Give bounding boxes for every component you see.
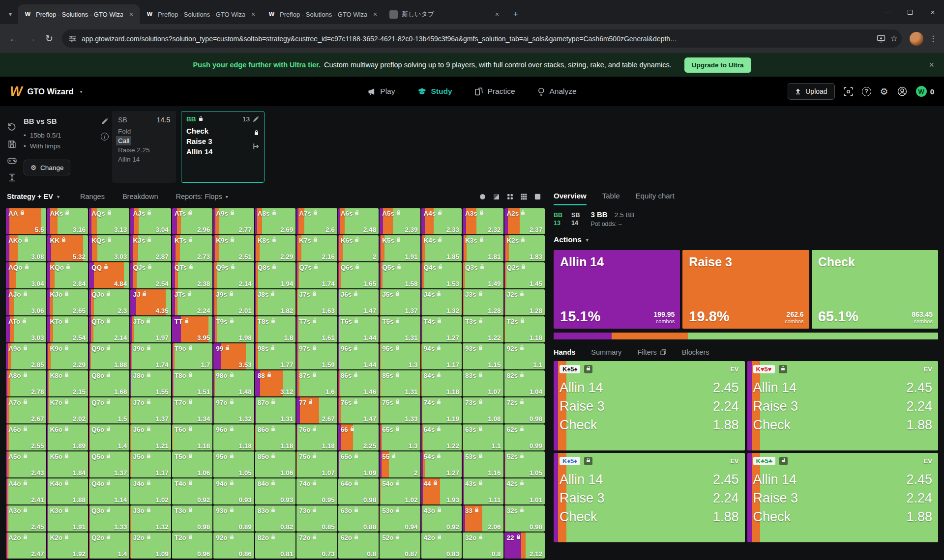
browser-tab[interactable]: WPreflop - Solutions - GTO Wizar× <box>140 4 262 24</box>
matrix-cell-97o[interactable]: 97o1.32 <box>213 397 254 423</box>
matrix-cell-T7o[interactable]: T7o1.34 <box>172 397 212 423</box>
matrix-cell-87o[interactable]: 87o1.31 <box>255 397 295 423</box>
browser-tab[interactable]: WPreflop - Solutions - GTO Wizar× <box>262 4 384 24</box>
matrix-cell-A6o[interactable]: A6o2.55 <box>6 424 46 450</box>
matrix-cell-54o[interactable]: 54o1.02 <box>380 478 420 504</box>
matrix-cell-KQo[interactable]: KQo2.84 <box>47 262 88 288</box>
matrix-cell-53o[interactable]: 53o0.94 <box>380 505 420 532</box>
matrix-cell-53s[interactable]: 53s1.16 <box>463 451 503 477</box>
view-mode-circle-icon[interactable] <box>479 194 486 200</box>
matrix-cell-52s[interactable]: 52s1.05 <box>504 451 545 477</box>
matrix-cell-JTs[interactable]: JTs2.24 <box>172 289 212 315</box>
matrix-cell-K5o[interactable]: K5o1.84 <box>47 451 88 477</box>
lock-icon[interactable] <box>255 132 258 135</box>
hand-card-K♠5♠[interactable]: K♠5♠EVAllin 142.45Raise 32.24Check1.88 <box>554 361 745 450</box>
account-icon[interactable] <box>897 86 907 96</box>
hands-tab-filters[interactable]: Filters <box>637 348 666 356</box>
matrix-cell-J5s[interactable]: J5s1.37 <box>380 289 420 315</box>
matrix-cell-AJs[interactable]: AJs3.04 <box>130 208 171 234</box>
toolbar-tab[interactable]: Reports: Flops▾ <box>176 193 228 200</box>
matrix-cell-J7o[interactable]: J7o1.37 <box>130 397 171 423</box>
browser-tab[interactable]: 新しいタブ× <box>384 4 505 24</box>
chevron-down-icon[interactable]: ▾ <box>80 89 82 94</box>
matrix-cell-T3s[interactable]: T3s1.22 <box>463 316 503 342</box>
matrix-cell-Q4s[interactable]: Q4s1.53 <box>421 262 462 288</box>
matrix-cell-88[interactable]: 883.12 <box>255 370 295 396</box>
matrix-cell-K6s[interactable]: K6s2 <box>338 235 379 261</box>
lock-icon[interactable] <box>584 365 592 373</box>
matrix-cell-62o[interactable]: 62o0.8 <box>338 532 379 559</box>
matrix-cell-75o[interactable]: 75o1.07 <box>296 451 337 477</box>
matrix-cell-J8s[interactable]: J8s1.82 <box>255 289 295 315</box>
matrix-cell-QJo[interactable]: QJo2.3 <box>89 289 129 315</box>
matrix-cell-86o[interactable]: 86o1.18 <box>255 424 295 450</box>
new-tab-button[interactable]: + <box>508 7 523 22</box>
nav-item-play[interactable]: Play <box>367 87 395 96</box>
matrix-cell-K5s[interactable]: K5s1.91 <box>380 235 420 261</box>
matrix-cell-K4o[interactable]: K4o1.88 <box>47 478 88 504</box>
matrix-cell-64o[interactable]: 64o0.98 <box>338 478 379 504</box>
matrix-cell-Q3o[interactable]: Q3o1.33 <box>89 505 129 532</box>
matrix-cell-55[interactable]: 552 <box>380 451 420 477</box>
matrix-cell-QTo[interactable]: QTo2.14 <box>89 316 129 342</box>
banner-close-icon[interactable]: × <box>929 60 934 70</box>
matrix-cell-Q8o[interactable]: Q8o1.68 <box>89 370 129 396</box>
sb-action[interactable]: Raise 2.25 <box>118 146 150 154</box>
matrix-cell-ATs[interactable]: ATs2.96 <box>172 208 212 234</box>
hand-card-K♥5♥[interactable]: K♥5♥EVAllin 142.45Raise 32.24Check1.88 <box>747 361 939 450</box>
matrix-cell-33[interactable]: 332.06 <box>463 505 503 532</box>
matrix-cell-95o[interactable]: 95o1.05 <box>213 451 254 477</box>
overview-tab-equity-chart[interactable]: Equity chart <box>636 192 675 205</box>
matrix-cell-82s[interactable]: 82s1.04 <box>504 370 545 396</box>
matrix-cell-T3o[interactable]: T3o0.98 <box>172 505 212 532</box>
matrix-cell-JTo[interactable]: JTo1.97 <box>130 316 171 342</box>
sb-action[interactable]: Allin 14 <box>118 156 140 163</box>
history-icon[interactable] <box>7 122 16 131</box>
tab-close-icon[interactable]: × <box>127 10 136 19</box>
matrix-cell-74s[interactable]: 74s1.19 <box>421 397 462 423</box>
matrix-cell-73s[interactable]: 73s1.08 <box>463 397 503 423</box>
lock-icon[interactable] <box>779 457 788 465</box>
maximize-button[interactable] <box>899 0 921 24</box>
matrix-cell-QQ[interactable]: QQ4.84 <box>89 262 129 288</box>
overview-tab-overview[interactable]: Overview <box>554 192 587 205</box>
matrix-cell-A8o[interactable]: A8o2.78 <box>6 370 46 396</box>
matrix-cell-52o[interactable]: 52o0.87 <box>380 532 420 559</box>
matrix-cell-T4s[interactable]: T4s1.27 <box>421 316 462 342</box>
matrix-cell-63s[interactable]: 63s1.1 <box>463 424 503 450</box>
matrix-cell-A6s[interactable]: A6s2.48 <box>338 208 379 234</box>
matrix-cell-AQs[interactable]: AQs3.13 <box>89 208 129 234</box>
matrix-cell-J2s[interactable]: J2s1.28 <box>504 289 545 315</box>
matrix-cell-ATo[interactable]: ATo3.03 <box>6 316 46 342</box>
browser-tab[interactable]: WPreflop - Solutions - GTO Wizar× <box>18 4 140 24</box>
matrix-cell-J6s[interactable]: J6s1.47 <box>338 289 379 315</box>
overview-tab-table[interactable]: Table <box>602 192 620 205</box>
matrix-cell-62s[interactable]: 62s0.99 <box>504 424 545 450</box>
matrix-cell-T6s[interactable]: T6s1.44 <box>338 316 379 342</box>
matrix-cell-T7s[interactable]: T7s1.61 <box>296 316 337 342</box>
hands-tab-hands[interactable]: Hands <box>554 348 575 356</box>
matrix-cell-32s[interactable]: 32s0.98 <box>504 505 545 532</box>
sb-action[interactable]: Call <box>116 136 131 145</box>
matrix-cell-85s[interactable]: 85s1.31 <box>380 370 420 396</box>
matrix-cell-A5s[interactable]: A5s2.39 <box>380 208 420 234</box>
matrix-cell-K2s[interactable]: K2s1.83 <box>504 235 545 261</box>
lock-icon[interactable] <box>584 457 592 465</box>
tune-icon[interactable] <box>69 35 77 43</box>
stack-depth-icon[interactable] <box>8 173 16 182</box>
matrix-cell-JJ[interactable]: JJ4.35 <box>130 289 171 315</box>
matrix-cell-99[interactable]: 993.53 <box>213 343 254 369</box>
matrix-cell-94s[interactable]: 94s1.17 <box>421 343 462 369</box>
matrix-cell-Q7o[interactable]: Q7o1.5 <box>89 397 129 423</box>
subtree-icon[interactable] <box>253 143 260 150</box>
matrix-cell-Q4o[interactable]: Q4o1.14 <box>89 478 129 504</box>
sb-node-panel[interactable]: SB 14.5 FoldCallRaise 2.25Allin 14 <box>112 111 176 183</box>
matrix-cell-T9o[interactable]: T9o1.7 <box>172 343 212 369</box>
matrix-cell-84o[interactable]: 84o0.93 <box>255 478 295 504</box>
matrix-cell-Q9o[interactable]: Q9o1.88 <box>89 343 129 369</box>
matrix-cell-T5s[interactable]: T5s1.31 <box>380 316 420 342</box>
matrix-cell-K6o[interactable]: K6o1.89 <box>47 424 88 450</box>
matrix-cell-75s[interactable]: 75s1.33 <box>380 397 420 423</box>
help-icon[interactable]: ? <box>862 87 871 96</box>
matrix-cell-KQs[interactable]: KQs3.03 <box>89 235 129 261</box>
